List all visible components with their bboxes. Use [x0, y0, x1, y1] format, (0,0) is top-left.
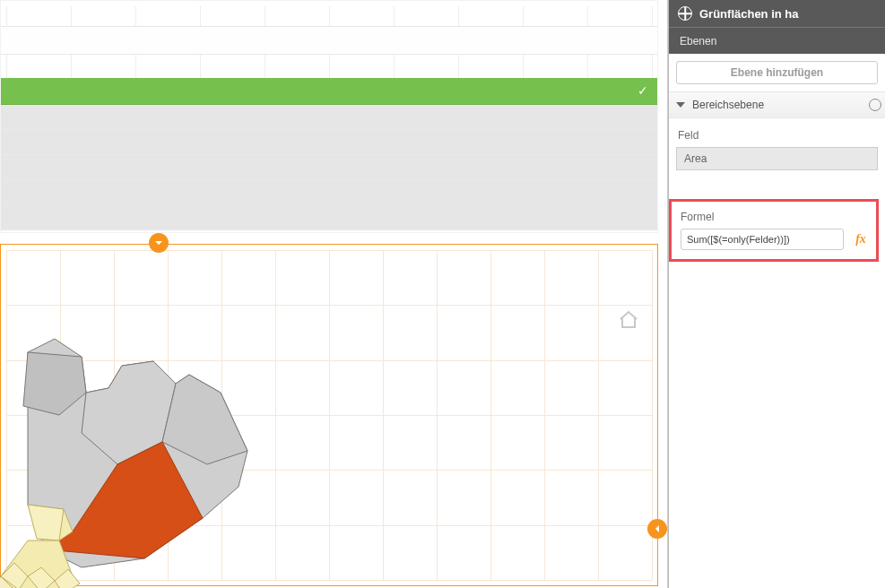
check-icon: ✓	[638, 83, 648, 98]
map-choropleth[interactable]	[0, 307, 351, 588]
list-header-row	[1, 26, 657, 55]
list-row[interactable]	[1, 130, 657, 155]
list-row[interactable]	[1, 205, 657, 230]
accordion-label: Bereichsebene	[692, 99, 764, 111]
collapse-knob-down[interactable]	[149, 233, 169, 253]
chevron-left-icon	[652, 523, 663, 534]
fx-label: fx	[855, 232, 866, 246]
map-panel[interactable]	[0, 244, 658, 586]
list-row[interactable]	[1, 105, 657, 130]
add-layer-label: Ebene hinzufügen	[731, 66, 823, 79]
main-panel: ✓	[0, 0, 668, 588]
globe-icon	[678, 6, 692, 21]
sidebar-header: Grünflächen in ha	[669, 0, 885, 27]
triangle-icon	[676, 102, 685, 108]
chevron-down-icon	[153, 238, 164, 248]
sidebar-section-layers[interactable]: Ebenen	[669, 27, 885, 54]
fx-button[interactable]: fx	[849, 229, 872, 250]
home-icon[interactable]	[618, 309, 639, 331]
formula-label: Formel	[672, 207, 876, 229]
sidebar-section-label: Ebenen	[680, 35, 716, 48]
field-dropdown[interactable]: Area	[676, 147, 878, 170]
list-panel: ✓	[0, 0, 658, 233]
list-row[interactable]	[1, 180, 657, 205]
formula-input[interactable]	[681, 229, 844, 250]
accordion-area-layer[interactable]: Bereichsebene	[669, 91, 885, 118]
properties-sidebar: Grünflächen in ha Ebenen Ebene hinzufüge…	[668, 0, 885, 588]
sidebar-title: Grünflächen in ha	[699, 7, 799, 21]
collapse-knob-left[interactable]	[647, 519, 667, 539]
list-row[interactable]	[1, 155, 657, 180]
list-row-selected[interactable]: ✓	[1, 78, 657, 105]
field-label: Feld	[669, 118, 885, 147]
add-layer-button[interactable]: Ebene hinzufügen	[676, 61, 878, 84]
help-icon[interactable]	[869, 99, 881, 111]
formula-section-highlight: Formel fx	[669, 199, 879, 262]
field-value: Area	[684, 152, 707, 165]
